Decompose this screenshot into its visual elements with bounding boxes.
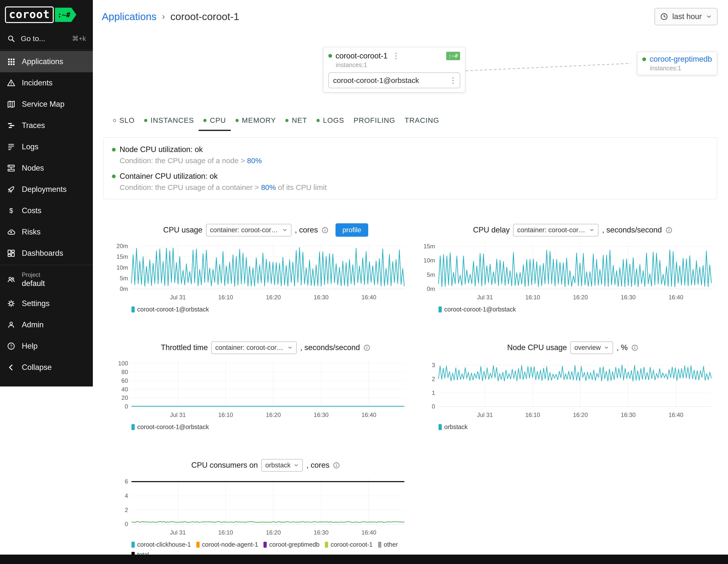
sidebar-item-deployments[interactable]: Deployments: [0, 179, 93, 200]
sidebar-item-label: Traces: [22, 121, 45, 130]
threshold-link[interactable]: 80%: [247, 156, 262, 165]
instances-count: instances:1: [336, 61, 460, 69]
svg-text:6: 6: [125, 478, 128, 485]
svg-text:16:30: 16:30: [314, 294, 329, 301]
sidebar-item-logs[interactable]: Logs: [0, 136, 93, 157]
service-map-preview: coroot-coroot-1 ⋮ :~# instances:1 coroot…: [93, 33, 728, 110]
sidebar-bottom-nav: SettingsAdmin?HelpCollapse: [0, 293, 93, 378]
svg-text:100: 100: [118, 360, 128, 367]
svg-text:16:10: 16:10: [525, 294, 540, 301]
time-range-label: last hour: [672, 12, 702, 21]
svg-text:0: 0: [125, 403, 128, 410]
svg-text:0: 0: [432, 403, 435, 410]
sidebar-item-admin[interactable]: Admin: [0, 314, 93, 335]
svg-text:Jul 31: Jul 31: [170, 529, 186, 536]
node-os-badge: :~#: [446, 52, 460, 60]
tab-net[interactable]: NET: [281, 111, 312, 131]
legend-label: coroot-greptimedb: [269, 541, 319, 548]
service-node-coroot-coroot-1[interactable]: coroot-coroot-1 ⋮ :~# instances:1 coroot…: [323, 47, 465, 92]
legend-item[interactable]: orbstack: [439, 423, 468, 431]
instance-coroot-coroot-1-orbstack[interactable]: coroot-coroot-1@orbstack ⋮: [328, 73, 460, 88]
threshold-link[interactable]: 80%: [261, 183, 276, 191]
cpu-usage-selector[interactable]: container: coroot-coro...: [206, 224, 291, 236]
legend-item[interactable]: coroot-greptimedb: [263, 541, 319, 548]
rocket-icon: [7, 185, 15, 194]
chevron-down-icon: [604, 345, 609, 350]
cpu-delay-selector[interactable]: container: coroot-coro...: [513, 224, 598, 236]
info-icon[interactable]: [631, 344, 638, 351]
legend-item[interactable]: coroot-coroot-1: [325, 541, 373, 548]
chart-title: Throttled time: [161, 343, 208, 352]
legend-item[interactable]: coroot-coroot-1@orbstack: [131, 306, 209, 313]
info-icon[interactable]: [321, 227, 329, 234]
kebab-menu-icon[interactable]: ⋮: [391, 51, 401, 60]
tab-tracing[interactable]: TRACING: [400, 111, 444, 131]
tab-cpu[interactable]: CPU: [199, 111, 231, 131]
status-dot: [112, 148, 116, 152]
tab-status-dot: [203, 119, 207, 122]
cpu-consumers-selector[interactable]: orbstack: [261, 459, 303, 472]
peer-node-link[interactable]: coroot-greptimedb: [650, 55, 712, 64]
profile-button[interactable]: profile: [336, 223, 368, 237]
nodes-icon: [7, 164, 15, 172]
info-icon[interactable]: [333, 462, 340, 469]
svg-text:20: 20: [121, 394, 128, 401]
tab-status-dot: [144, 119, 147, 122]
check-node-cpu-utilization: Node CPU utilization: okCondition: the C…: [112, 145, 708, 165]
tab-label: PROFILING: [354, 116, 395, 125]
info-icon[interactable]: [665, 227, 673, 234]
tab-memory[interactable]: MEMORY: [231, 111, 281, 131]
svg-text:16:30: 16:30: [621, 294, 636, 301]
goto-search[interactable]: Go to... ⌘+k: [0, 28, 93, 49]
chart-header: Node CPU usageoverview, %: [419, 341, 726, 355]
sidebar-item-risks[interactable]: Risks: [0, 221, 93, 243]
legend-item[interactable]: other: [378, 541, 398, 548]
help-icon: ?: [7, 342, 15, 350]
chart-legend: orbstack: [419, 423, 716, 431]
service-node-title: coroot-coroot-1: [336, 51, 388, 60]
sidebar-item-incidents[interactable]: Incidents: [0, 72, 93, 94]
node-cpu-usage-selector[interactable]: overview: [570, 341, 613, 354]
sidebar-item-settings[interactable]: Settings: [0, 293, 93, 314]
svg-text:1: 1: [432, 389, 435, 396]
check-container-cpu-utilization: Container CPU utilization: okCondition: …: [112, 172, 708, 192]
legend-item[interactable]: coroot-node-agent-1: [196, 541, 258, 548]
sidebar-item-help[interactable]: ?Help: [0, 335, 93, 357]
kebab-menu-icon[interactable]: ⋮: [448, 76, 458, 85]
info-icon[interactable]: [363, 344, 370, 351]
coroot-logo[interactable]: coroot :~#: [0, 0, 93, 28]
throttled-time-selector[interactable]: container: coroot-coro...: [211, 341, 297, 354]
sidebar-item-service-map[interactable]: Service Map: [0, 94, 93, 115]
tab-profiling[interactable]: PROFILING: [349, 111, 400, 131]
logo-suffix: :~#: [55, 8, 76, 22]
svg-text:16:10: 16:10: [525, 411, 540, 418]
svg-text:16:40: 16:40: [362, 411, 376, 418]
tab-slo[interactable]: SLO: [108, 111, 139, 131]
legend-item[interactable]: coroot-coroot-1@orbstack: [131, 423, 209, 431]
chart-unit: , seconds/second: [300, 343, 360, 352]
legend-item[interactable]: coroot-coroot-1@orbstack: [439, 306, 516, 313]
sidebar-item-costs[interactable]: $Costs: [0, 200, 93, 221]
sidebar-item-nodes[interactable]: Nodes: [0, 157, 93, 179]
svg-text:10m: 10m: [116, 264, 128, 271]
svg-text:0m: 0m: [120, 285, 128, 292]
legend-color-swatch: [439, 424, 442, 430]
tab-logs[interactable]: LOGS: [312, 111, 349, 131]
svg-text:0m: 0m: [427, 285, 435, 292]
time-range-picker[interactable]: last hour: [654, 8, 718, 25]
sidebar-item-collapse[interactable]: Collapse: [0, 357, 93, 378]
sidebar-item-applications[interactable]: Applications: [0, 51, 93, 72]
sidebar-item-dashboards[interactable]: Dashboards: [0, 243, 93, 264]
svg-text:16:30: 16:30: [314, 529, 329, 536]
selector-value: container: coroot-coro...: [210, 226, 279, 234]
breadcrumb-applications[interactable]: Applications: [102, 11, 156, 23]
legend-item[interactable]: coroot-clickhouse-1: [131, 541, 191, 548]
tab-instances[interactable]: INSTANCES: [139, 111, 199, 131]
svg-text:60: 60: [121, 377, 128, 384]
sidebar-item-project[interactable]: Project default: [0, 266, 93, 293]
svg-text:0: 0: [125, 521, 128, 527]
service-node-coroot-greptimedb[interactable]: coroot-greptimedb instances:1: [637, 51, 717, 75]
sidebar-item-traces[interactable]: Traces: [0, 115, 93, 136]
project-label: Project: [22, 271, 45, 278]
chart-header: CPU usagecontainer: coroot-coro..., core…: [112, 223, 419, 237]
